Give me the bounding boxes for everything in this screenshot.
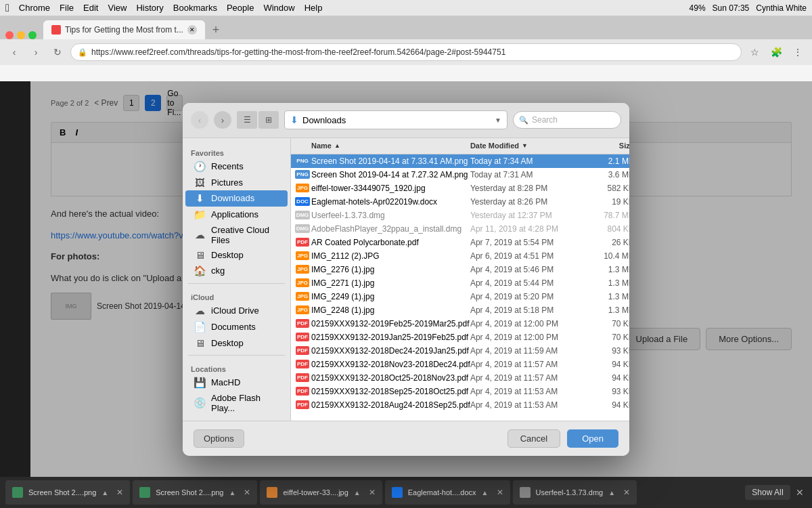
taskbar-item-eiffel[interactable]: eiffel-tower-33....jpg ▲ ✕	[260, 480, 382, 505]
file-date-17: Apr 4, 2019 at 11:57 AM	[470, 373, 585, 383]
menu-chrome[interactable]: Chrome	[19, 3, 50, 13]
open-btn[interactable]: Open	[567, 429, 618, 448]
maximize-window-btn[interactable]	[28, 31, 37, 39]
documents-icon: 📄	[194, 321, 206, 333]
reload-btn[interactable]: ↻	[49, 43, 66, 61]
file-row[interactable]: JPG IMG_2276 (1).jpg Apr 4, 2019 at 5:46…	[291, 263, 629, 276]
sidebar-item-desktop[interactable]: 🖥 Desktop	[185, 247, 288, 263]
dialog-back-btn[interactable]: ‹	[191, 111, 208, 129]
file-row[interactable]: PDF 02159XXX9132-2018Aug24-2018Sep25.pdf…	[291, 398, 629, 412]
sidebar-item-adobe-flash[interactable]: 💿 Adobe Flash Play...	[185, 391, 288, 415]
file-row[interactable]: DOC Eaglemat-hotels-Apr022019w.docx Yest…	[291, 195, 629, 209]
file-row[interactable]: PDF 02159XXX9132-2018Sep25-2018Oct25.pdf…	[291, 385, 629, 398]
menu-bookmarks[interactable]: Bookmarks	[173, 3, 217, 13]
sidebar-item-downloads[interactable]: ⬇ Downloads	[185, 190, 288, 207]
taskbar-close-screenshot2[interactable]: ✕	[244, 488, 250, 497]
menu-edit[interactable]: Edit	[83, 3, 98, 13]
options-btn[interactable]: Options	[194, 429, 244, 448]
taskbar-item-screenshot1[interactable]: Screen Shot 2....png ▲ ✕	[5, 480, 130, 505]
pdf-icon: PDF	[296, 238, 309, 247]
col-size[interactable]: Size	[585, 142, 629, 150]
column-view-btn[interactable]: ⊞	[258, 111, 279, 129]
new-tab-btn[interactable]: +	[206, 20, 225, 39]
address-bar[interactable]: 🔒 https://www.reef2reef.com/threads/tips…	[70, 43, 742, 61]
file-row[interactable]: JPG IMG_2248 (1).jpg Apr 4, 2019 at 5:18…	[291, 303, 629, 317]
active-tab[interactable]: Tips for Getting the Most from t... ✕	[43, 20, 205, 39]
location-label: Downloads	[302, 115, 491, 125]
taskbar-dismiss-btn[interactable]: ✕	[793, 484, 807, 501]
menu-help[interactable]: Help	[304, 3, 323, 13]
sidebar-item-creative-cloud[interactable]: ☁ Creative Cloud Files	[185, 223, 288, 247]
location-icon: ⬇	[290, 114, 298, 125]
pictures-label: Pictures	[211, 177, 243, 188]
sidebar-item-ckg[interactable]: 🏠 ckg	[185, 263, 288, 279]
show-all-btn[interactable]: Show AlI	[745, 485, 790, 500]
sidebar-item-documents[interactable]: 📄 Documents	[185, 319, 288, 335]
taskbar-close-eiffel[interactable]: ✕	[369, 488, 376, 497]
tab-close-btn[interactable]: ✕	[187, 25, 197, 35]
file-date-5: Yesterday at 12:37 PM	[470, 211, 585, 220]
file-row[interactable]: DMG AdobeFlashPlayer_32ppau_a_install.dm…	[291, 222, 629, 236]
taskbar-icon-eiffel	[267, 487, 277, 498]
menu-window[interactable]: Window	[263, 3, 294, 13]
sidebar-item-recents[interactable]: 🕐 Recents	[185, 158, 288, 175]
dialog-forward-btn[interactable]: ›	[214, 111, 231, 129]
file-row[interactable]: PNG Screen Shot 2019-04-14 at 7.27.32 AM…	[291, 168, 629, 182]
bookmark-btn[interactable]: ☆	[746, 43, 763, 61]
pdf-icon: PDF	[296, 387, 309, 396]
taskbar-icon-screenshot1	[12, 487, 23, 498]
desktop-icon: 🖥	[194, 249, 206, 261]
menu-view[interactable]: View	[108, 3, 127, 13]
creative-cloud-icon: ☁	[194, 229, 206, 241]
dialog-location-bar[interactable]: ⬇ Downloads ▼	[284, 110, 508, 129]
close-window-btn[interactable]	[5, 31, 14, 39]
downloads-icon: ⬇	[194, 192, 206, 205]
taskbar-close-userfeel[interactable]: ✕	[623, 488, 630, 497]
file-row[interactable]: PNG Screen Shot 2019-04-14 at 7.33.41 AM…	[291, 154, 629, 168]
dialog-search-box[interactable]: 🔍 Search	[513, 111, 621, 129]
taskbar-item-userfeel[interactable]: Userfeel-1.3.73.dmg ▲ ✕	[513, 480, 637, 505]
file-row[interactable]: JPG IMG_2271 (1).jpg Apr 4, 2019 at 5:44…	[291, 276, 629, 290]
sidebar-item-applications[interactable]: 📁 Applications	[185, 207, 288, 223]
menu-file[interactable]: File	[60, 3, 74, 13]
file-row[interactable]: PDF 02159XXX9132-2018Nov23-2018Dec24.pdf…	[291, 358, 629, 371]
back-btn[interactable]: ‹	[5, 43, 23, 61]
cancel-btn[interactable]: Cancel	[508, 429, 560, 448]
taskbar-close-screenshot1[interactable]: ✕	[116, 488, 123, 497]
taskbar-item-screenshot2[interactable]: Screen Shot 2....png ▲ ✕	[133, 480, 257, 505]
col-date[interactable]: Date Modified ▼	[470, 142, 585, 150]
file-name-13: 02159XXX9132-2019Feb25-2019Mar25.pdf	[311, 319, 470, 329]
file-size-9: 1.3 MB	[585, 265, 629, 274]
list-view-btn[interactable]: ☰	[237, 111, 257, 129]
menu-people[interactable]: People	[227, 3, 254, 13]
extensions-btn[interactable]: 🧩	[767, 43, 785, 61]
file-row[interactable]: JPG eiffel-tower-33449075_1920.jpg Yeste…	[291, 182, 629, 195]
file-size-7: 26 KB	[585, 238, 629, 247]
sidebar-item-machd[interactable]: 💾 MacHD	[185, 375, 288, 391]
taskbar-close-eaglemat[interactable]: ✕	[497, 488, 503, 497]
sidebar-item-icloud-drive[interactable]: ☁ iCloud Drive	[185, 303, 288, 319]
file-name-6: AdobeFlashPlayer_32ppau_a_install.dmg	[311, 224, 470, 234]
file-row[interactable]: PDF 02159XXX9132-2019Jan25-2019Feb25.pdf…	[291, 331, 629, 344]
minimize-window-btn[interactable]	[17, 31, 25, 39]
apple-menu[interactable]: 	[5, 2, 9, 14]
file-row[interactable]: JPG IMG_2112 (2).JPG Apr 6, 2019 at 4:51…	[291, 249, 629, 263]
forward-btn[interactable]: ›	[27, 43, 45, 61]
favorites-label: Favorites	[183, 144, 290, 158]
menu-history[interactable]: History	[136, 3, 163, 13]
file-row[interactable]: JPG IMG_2249 (1).jpg Apr 4, 2019 at 5:20…	[291, 290, 629, 303]
menu-btn[interactable]: ⋮	[789, 43, 807, 61]
sidebar-item-pictures[interactable]: 🖼 Pictures	[185, 175, 288, 190]
file-row[interactable]: PDF 02159XXX9132-2018Oct25-2018Nov23.pdf…	[291, 371, 629, 385]
file-row[interactable]: PDF 02159XXX9132-2019Feb25-2019Mar25.pdf…	[291, 317, 629, 331]
file-row[interactable]: DMG Userfeel-1.3.73.dmg Yesterday at 12:…	[291, 209, 629, 222]
file-row[interactable]: PDF 02159XXX9132-2018Dec24-2019Jan25.pdf…	[291, 344, 629, 358]
taskbar-item-eaglemat[interactable]: Eaglemat-hot....docx ▲ ✕	[385, 480, 510, 505]
file-row[interactable]: PDF AR Coated Polycarbonate.pdf Apr 7, 2…	[291, 236, 629, 249]
desktop-icloud-label: Desktop	[211, 338, 244, 348]
sidebar-item-desktop-icloud[interactable]: 🖥 Desktop	[185, 335, 288, 351]
col-name[interactable]: Name ▲	[311, 142, 470, 150]
taskbar-arrow-eaglemat: ▲	[482, 489, 489, 496]
file-date-2: Today at 7:31 AM	[470, 170, 585, 179]
file-size-16: 94 KB	[585, 360, 629, 369]
